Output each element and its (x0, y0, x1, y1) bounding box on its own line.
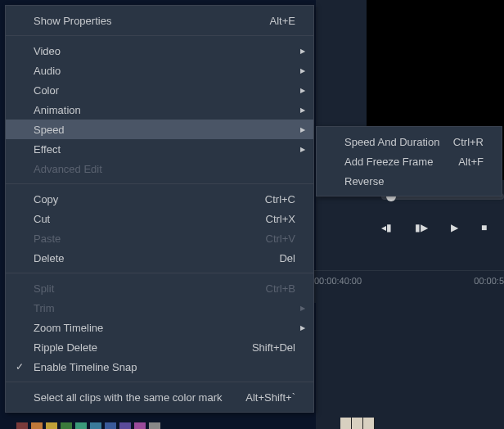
stop-icon[interactable]: ■ (481, 222, 487, 233)
menu-separator (6, 273, 313, 273)
menu-shortcut: Alt+Shift+` (245, 391, 302, 404)
color-swatch[interactable] (90, 422, 101, 429)
play-pause-icon[interactable]: ▮▶ (415, 222, 428, 233)
prev-frame-icon[interactable]: ◂▮ (381, 222, 392, 233)
menu-shortcut: Alt+F (458, 156, 490, 168)
menu-label: Speed (34, 124, 302, 136)
clip-thumbnail[interactable] (352, 418, 363, 429)
timeline-ruler[interactable]: 00:00:40:00 00:00:5 (311, 270, 504, 303)
menu-label: Copy (34, 193, 265, 205)
color-swatch[interactable] (16, 422, 28, 429)
menu-shortcut: Ctrl+V (266, 233, 302, 245)
menu-label: Delete (34, 252, 279, 264)
menu-item-reverse[interactable]: Reverse (317, 171, 502, 191)
menu-item-select-all-clips-with-the-same-color-mark[interactable]: Select all clips with the same color mar… (6, 387, 313, 407)
menu-label: Color (34, 84, 302, 97)
menu-item-ripple-delete[interactable]: Ripple DeleteShift+Del (6, 337, 313, 357)
menu-shortcut: Shift+Del (252, 341, 302, 354)
menu-separator (6, 35, 313, 36)
menu-label: Advanced Edit (34, 163, 302, 175)
chevron-right-icon: ▶ (300, 47, 305, 55)
clip-thumbnail[interactable] (340, 418, 352, 429)
menu-item-video[interactable]: Video▶ (6, 41, 313, 61)
timeline-tick: 00:00:40:00 (314, 276, 362, 286)
menu-label: Ripple Delete (34, 341, 252, 354)
menu-label: Paste (34, 233, 266, 245)
menu-label: Audio (34, 65, 302, 77)
chevron-right-icon: ▶ (300, 305, 305, 312)
chevron-right-icon: ▶ (300, 126, 305, 133)
menu-item-add-freeze-frame[interactable]: Add Freeze FrameAlt+F (317, 151, 502, 171)
color-swatch[interactable] (105, 422, 116, 429)
speed-submenu: Speed And DurationCtrl+RAdd Freeze Frame… (316, 126, 502, 196)
menu-label: Trim (34, 302, 302, 314)
menu-item-trim: Trim▶ (6, 298, 313, 318)
menu-separator (6, 183, 313, 184)
menu-item-color[interactable]: Color▶ (6, 80, 313, 100)
menu-item-cut[interactable]: CutCtrl+X (6, 209, 313, 228)
menu-item-speed-and-duration[interactable]: Speed And DurationCtrl+R (317, 132, 502, 151)
playback-controls: ◂▮ ▮▶ ▶ ■ (376, 216, 504, 239)
menu-item-paste: PasteCtrl+V (6, 228, 313, 248)
menu-shortcut: Ctrl+B (266, 282, 302, 295)
color-swatch[interactable] (61, 422, 72, 429)
menu-item-copy[interactable]: CopyCtrl+C (6, 189, 313, 209)
menu-label: Enable Timeline Snap (34, 361, 302, 373)
menu-label: Reverse (344, 175, 490, 187)
menu-item-zoom-timeline[interactable]: Zoom Timeline▶ (6, 318, 313, 337)
timeline-tick: 00:00:5 (474, 276, 504, 286)
color-swatch[interactable] (119, 422, 131, 429)
menu-label: Speed And Duration (344, 136, 453, 148)
menu-item-animation[interactable]: Animation▶ (6, 100, 313, 120)
color-swatch[interactable] (46, 422, 57, 429)
menu-item-delete[interactable]: DeleteDel (6, 248, 313, 268)
menu-item-split: SplitCtrl+B (6, 278, 313, 298)
menu-item-show-properties[interactable]: Show PropertiesAlt+E (6, 11, 313, 30)
menu-label: Effect (34, 143, 302, 156)
menu-label: Select all clips with the same color mar… (34, 391, 245, 404)
menu-label: Add Freeze Frame (344, 156, 458, 168)
menu-item-advanced-edit: Advanced Edit (6, 159, 313, 178)
menu-shortcut: Ctrl+R (453, 136, 490, 148)
color-mark-row (16, 422, 160, 429)
menu-shortcut: Del (279, 252, 302, 264)
clip-thumbnail[interactable] (363, 418, 375, 429)
menu-item-audio[interactable]: Audio▶ (6, 61, 313, 80)
play-icon[interactable]: ▶ (451, 222, 458, 233)
menu-label: Cut (34, 213, 266, 225)
menu-label: Zoom Timeline (34, 322, 302, 334)
timeline-thumbnails (340, 418, 504, 429)
menu-shortcut: Ctrl+X (266, 213, 302, 225)
check-icon: ✓ (16, 361, 24, 373)
menu-label: Animation (34, 104, 302, 116)
menu-shortcut: Ctrl+C (265, 193, 302, 205)
chevron-right-icon: ▶ (300, 87, 305, 94)
menu-separator (6, 382, 313, 382)
menu-label: Video (34, 45, 302, 57)
menu-item-speed[interactable]: Speed▶ (6, 120, 313, 139)
color-swatch[interactable] (134, 422, 146, 429)
color-swatch[interactable] (75, 422, 87, 429)
menu-label: Show Properties (34, 15, 270, 27)
menu-item-enable-timeline-snap[interactable]: ✓Enable Timeline Snap (6, 357, 313, 377)
menu-item-effect[interactable]: Effect▶ (6, 139, 313, 159)
color-swatch[interactable] (31, 422, 43, 429)
menu-shortcut: Alt+E (270, 15, 302, 27)
chevron-right-icon: ▶ (300, 146, 305, 153)
color-swatch[interactable] (149, 422, 160, 429)
menu-label: Split (34, 282, 266, 295)
chevron-right-icon: ▶ (300, 106, 305, 114)
clip-context-menu: Show PropertiesAlt+EVideo▶Audio▶Color▶An… (5, 5, 314, 413)
chevron-right-icon: ▶ (300, 324, 305, 332)
chevron-right-icon: ▶ (300, 67, 305, 75)
